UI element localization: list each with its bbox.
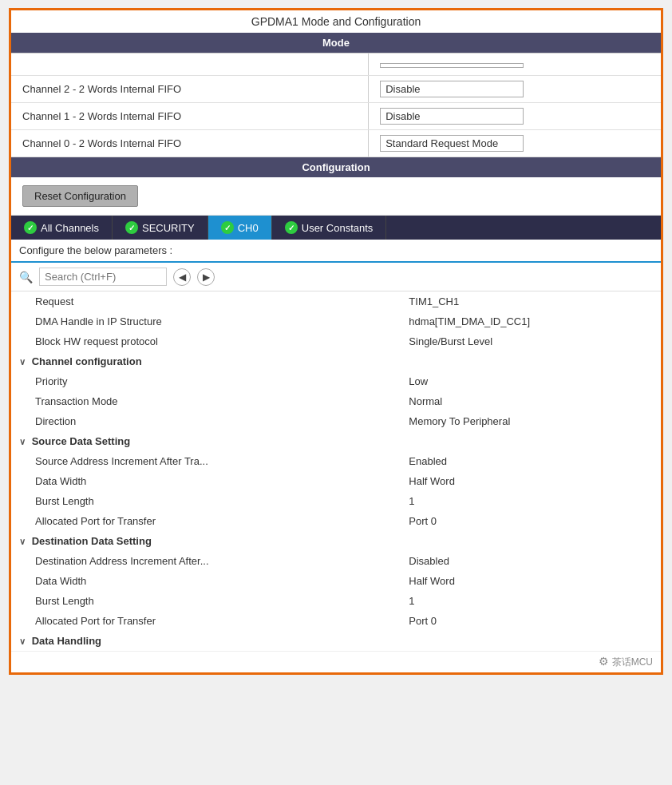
param-value-dst-addr-inc: Disabled — [401, 551, 661, 571]
param-row-priority: Priority Low — [11, 371, 661, 391]
tab-user-constants-label: User Constants — [302, 222, 374, 234]
param-row-dst-alloc-port: Allocated Port for Transfer Port 0 — [11, 611, 661, 631]
page-title: GPDMA1 Mode and Configuration — [11, 10, 661, 33]
mode-row-value-1[interactable]: Disable — [369, 76, 661, 103]
mode-row-label-3: Channel 0 - 2 Words Internal FIFO — [11, 130, 369, 157]
param-value-src-alloc-port: Port 0 — [401, 511, 661, 531]
group-label-data-handling: ∨ Data Handling — [11, 631, 661, 651]
param-label-request: Request — [11, 291, 401, 311]
ch0-check-icon: ✓ — [221, 221, 234, 234]
reset-row: Reset Configuration — [11, 177, 661, 216]
group-label-dest-data: ∨ Destination Data Setting — [11, 531, 661, 551]
param-value-transaction-mode: Normal — [401, 391, 661, 411]
param-label-src-data-width: Data Width — [11, 471, 401, 491]
mode-row-value-3[interactable]: Standard Request Mode — [369, 130, 661, 157]
next-nav-button[interactable]: ▶ — [197, 268, 215, 286]
tab-ch0[interactable]: ✓ CH0 — [208, 216, 272, 240]
chevron-icon-dest-data: ∨ — [19, 537, 26, 546]
param-value-dst-burst-length: 1 — [401, 591, 661, 611]
reset-config-button[interactable]: Reset Configuration — [22, 185, 138, 207]
chevron-icon-data-handling: ∨ — [19, 636, 26, 646]
tab-all-channels[interactable]: ✓ All Channels — [11, 216, 113, 240]
param-row-request: Request TIM1_CH1 — [11, 291, 661, 311]
param-row-dst-burst-length: Burst Length 1 — [11, 591, 661, 611]
watermark-icon: ⚙ — [599, 655, 609, 668]
mode-select-0[interactable] — [380, 63, 524, 68]
param-value-block-hw: Single/Burst Level — [401, 331, 661, 351]
group-row-data-handling[interactable]: ∨ Data Handling — [11, 631, 661, 651]
group-label-channel-config: ∨ Channel configuration — [11, 351, 661, 371]
param-row-dst-data-width: Data Width Half Word — [11, 571, 661, 591]
param-value-src-addr-inc: Enabled — [401, 451, 661, 471]
chevron-icon-channel-config: ∨ — [19, 357, 26, 367]
param-label-block-hw: Block HW request protocol — [11, 331, 401, 351]
mode-select-1[interactable]: Disable — [380, 81, 524, 97]
param-label-dst-data-width: Data Width — [11, 571, 401, 591]
param-label-src-alloc-port: Allocated Port for Transfer — [11, 511, 401, 531]
watermark-text: 茶话MCU — [612, 656, 653, 668]
param-row-transaction-mode: Transaction Mode Normal — [11, 391, 661, 411]
param-row-dst-addr-inc: Destination Address Increment After... D… — [11, 551, 661, 571]
param-label-transaction-mode: Transaction Mode — [11, 391, 401, 411]
chevron-icon-source-data: ∨ — [19, 437, 26, 446]
mode-table: Channel 2 - 2 Words Internal FIFO Disabl… — [11, 53, 661, 157]
tab-ch0-label: CH0 — [238, 222, 259, 234]
param-row-direction: Direction Memory To Peripheral — [11, 411, 661, 431]
param-value-src-burst-length: 1 — [401, 491, 661, 511]
param-value-dst-alloc-port: Port 0 — [401, 611, 661, 631]
param-value-direction: Memory To Peripheral — [401, 411, 661, 431]
param-label-priority: Priority — [11, 371, 401, 391]
param-row-dma-handle: DMA Handle in IP Structure hdma[TIM_DMA_… — [11, 311, 661, 331]
mode-row-label-2: Channel 1 - 2 Words Internal FIFO — [11, 103, 369, 130]
search-icon: 🔍 — [19, 271, 33, 283]
param-label-direction: Direction — [11, 411, 401, 431]
param-label-dst-burst-length: Burst Length — [11, 591, 401, 611]
param-label-src-burst-length: Burst Length — [11, 491, 401, 511]
param-value-request: TIM1_CH1 — [401, 291, 661, 311]
mode-select-3[interactable]: Standard Request Mode — [380, 135, 524, 152]
tabs-row: ✓ All Channels ✓ SECURITY ✓ CH0 ✓ User C… — [11, 216, 661, 240]
config-section-header: Configuration — [11, 157, 661, 177]
group-row-source-data[interactable]: ∨ Source Data Setting — [11, 431, 661, 451]
group-row-channel-config[interactable]: ∨ Channel configuration — [11, 351, 661, 371]
mode-row-value-2[interactable]: Disable — [369, 103, 661, 130]
mode-row-label-0 — [11, 54, 369, 76]
param-row-src-addr-inc: Source Address Increment After Tra... En… — [11, 451, 661, 471]
mode-row-label-1: Channel 2 - 2 Words Internal FIFO — [11, 76, 369, 103]
param-row-src-data-width: Data Width Half Word — [11, 471, 661, 491]
param-label-dst-alloc-port: Allocated Port for Transfer — [11, 611, 401, 631]
param-row-block-hw: Block HW request protocol Single/Burst L… — [11, 331, 661, 351]
watermark: ⚙ 茶话MCU — [11, 651, 661, 672]
param-value-src-data-width: Half Word — [401, 471, 661, 491]
prev-nav-button[interactable]: ◀ — [173, 268, 191, 286]
param-value-dst-data-width: Half Word — [401, 571, 661, 591]
tab-security[interactable]: ✓ SECURITY — [113, 216, 208, 240]
param-label-dma-handle: DMA Handle in IP Structure — [11, 311, 401, 331]
mode-section-header: Mode — [11, 33, 661, 53]
tab-user-constants[interactable]: ✓ User Constants — [272, 216, 387, 240]
security-check-icon: ✓ — [125, 221, 138, 234]
tab-security-label: SECURITY — [142, 222, 195, 234]
group-row-dest-data[interactable]: ∨ Destination Data Setting — [11, 531, 661, 551]
mode-select-2[interactable]: Disable — [380, 108, 524, 125]
search-row: 🔍 ◀ ▶ — [11, 263, 661, 291]
param-label-dst-addr-inc: Destination Address Increment After... — [11, 551, 401, 571]
mode-row-value-0[interactable] — [369, 54, 661, 76]
user-constants-check-icon: ✓ — [285, 221, 298, 234]
params-table: Request TIM1_CH1 DMA Handle in IP Struct… — [11, 291, 661, 651]
param-row-src-alloc-port: Allocated Port for Transfer Port 0 — [11, 511, 661, 531]
search-input[interactable] — [39, 268, 167, 286]
param-value-priority: Low — [401, 371, 661, 391]
group-label-source-data: ∨ Source Data Setting — [11, 431, 661, 451]
param-value-dma-handle: hdma[TIM_DMA_ID_CC1] — [401, 311, 661, 331]
configure-text: Configure the below parameters : — [11, 240, 661, 263]
param-label-src-addr-inc: Source Address Increment After Tra... — [11, 451, 401, 471]
all-channels-check-icon: ✓ — [24, 221, 37, 234]
param-row-src-burst-length: Burst Length 1 — [11, 491, 661, 511]
tab-all-channels-label: All Channels — [41, 222, 99, 234]
